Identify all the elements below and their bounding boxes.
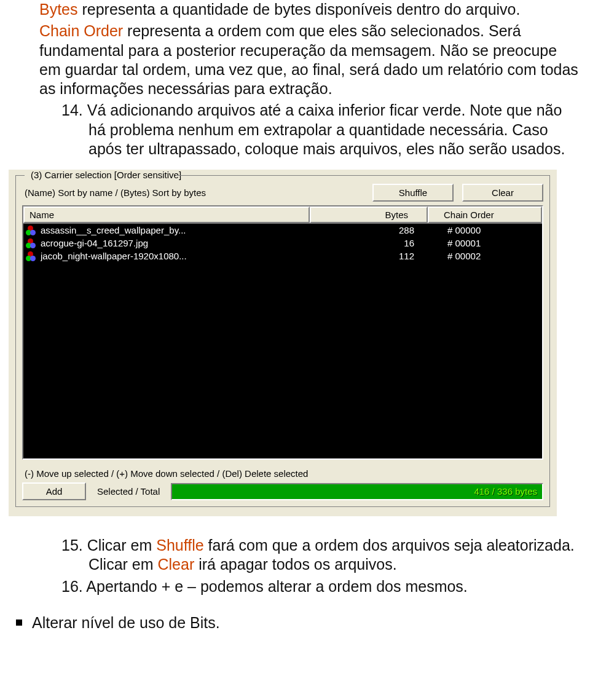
carrier-selection-panel: (3) Carrier selection [Order sensitive] … (9, 170, 557, 516)
list-item-16: 16. Apertando + e – podemos alterar a or… (61, 577, 579, 596)
file-name: acrogue-gi-04_161297.jpg (41, 238, 322, 248)
list-item-15: 15. Clicar em Shuffle fará com que a ord… (61, 536, 579, 575)
list-item[interactable]: jacob_night-wallpaper-1920x1080... 112 #… (23, 250, 542, 262)
list-header: Name Bytes Chain Order (23, 206, 542, 224)
file-bytes: 288 (322, 225, 433, 235)
list-body: assassin__s_creed_wallpaper_by... 288 # … (23, 224, 542, 262)
list-item-14: 14. Vá adicionando arquivos até a caixa … (61, 101, 579, 159)
list-item[interactable]: assassin__s_creed_wallpaper_by... 288 # … (23, 224, 542, 237)
file-bytes: 16 (322, 238, 433, 248)
file-order: # 00001 (433, 238, 540, 248)
sort-row: (Name) Sort by name / (Bytes) Sort by by… (22, 184, 543, 202)
file-icon (26, 251, 36, 261)
carrier-list[interactable]: Name Bytes Chain Order assassin__s_creed… (22, 205, 543, 460)
sort-hint-label: (Name) Sort by name / (Bytes) Sort by by… (22, 187, 364, 198)
file-order: # 00000 (433, 225, 540, 235)
selected-total-label: Selected / Total (97, 486, 166, 497)
bottom-row: Add Selected / Total 416 / 336 bytes (22, 482, 543, 500)
file-bytes: 112 (322, 251, 433, 261)
file-name: jacob_night-wallpaper-1920x1080... (41, 251, 322, 261)
term-clear: Clear (158, 556, 195, 573)
file-icon (26, 226, 36, 235)
progress-text: 416 / 336 bytes (474, 486, 537, 497)
list-item[interactable]: acrogue-gi-04_161297.jpg 16 # 00001 (23, 237, 542, 250)
progress-bar: 416 / 336 bytes (171, 483, 543, 500)
move-hint-label: (-) Move up selected / (+) Move down sel… (25, 468, 543, 479)
bullet-bits-level: Alterar nível de uso de Bits. (33, 613, 579, 632)
add-button[interactable]: Add (22, 482, 86, 500)
paragraph-bytes: Bytes representa a quantidade de bytes d… (39, 0, 579, 19)
term-shuffle: Shuffle (156, 537, 203, 554)
clear-button[interactable]: Clear (462, 184, 543, 202)
shuffle-button[interactable]: Shuffle (372, 184, 454, 202)
carrier-group: (3) Carrier selection [Order sensitive] … (15, 175, 550, 507)
group-title: (3) Carrier selection [Order sensitive] (28, 170, 184, 180)
term-chain-order: Chain Order (39, 22, 123, 39)
file-order: # 00002 (433, 251, 540, 261)
paragraph-chain-order: Chain Order representa a ordem com que e… (39, 22, 579, 98)
header-chain-order[interactable]: Chain Order (428, 206, 542, 223)
bullet-icon (16, 619, 22, 626)
header-bytes[interactable]: Bytes (310, 206, 428, 223)
file-icon (26, 238, 36, 248)
header-name[interactable]: Name (23, 206, 310, 223)
file-name: assassin__s_creed_wallpaper_by... (41, 225, 322, 235)
term-bytes: Bytes (39, 1, 78, 18)
